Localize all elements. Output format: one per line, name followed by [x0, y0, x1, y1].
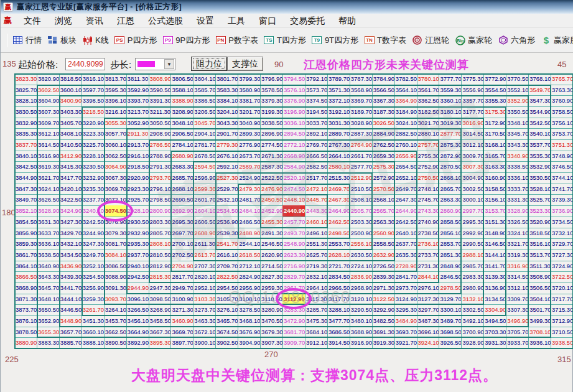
price-cell: 3379.30 — [260, 95, 283, 107]
price-cell: 2990.50 — [461, 238, 484, 250]
price-cell: 3818.50 — [59, 73, 82, 85]
price-cell: 3638.50 — [37, 250, 60, 261]
toolbar-button-9T四方形[interactable]: T99T四方形 — [312, 35, 358, 46]
price-cell: 3201.70 — [238, 106, 261, 118]
price-cell: 3636.10 — [37, 238, 60, 250]
step-dropdown[interactable]: ▼ — [135, 58, 175, 70]
toolbar-button-P数字表[interactable]: PNP数字表 — [215, 35, 258, 46]
price-cell: 3309.70 — [506, 294, 529, 306]
price-cell: 2925.70 — [126, 194, 149, 206]
price-cell: 2798.50 — [149, 194, 172, 206]
price-cell: 3408.10 — [59, 128, 82, 140]
chevron-down-icon[interactable]: ▼ — [164, 59, 174, 69]
price-cell: 3088.90 — [104, 271, 127, 283]
price-cell: 2450.50 — [260, 194, 283, 206]
price-cell: 3547.30 — [528, 95, 551, 107]
price-cell: 3705.70 — [506, 327, 529, 338]
toolbar-button-板块[interactable]: 板块 — [47, 35, 77, 46]
price-cell: 2601.70 — [193, 194, 216, 206]
toolbar-button-K线[interactable]: K线 — [82, 35, 109, 46]
toolbar-button-P四方形[interactable]: PSP四方形 — [114, 35, 157, 46]
price-cell: 3458.50 — [149, 315, 172, 327]
toolbar-button-江恩轮[interactable]: 江恩轮 — [412, 35, 449, 46]
price-cell: 3422.50 — [59, 194, 82, 206]
toolbar-button-9P四方形[interactable]: P99P四方形 — [162, 35, 210, 46]
price-cell: 2668.90 — [282, 151, 305, 162]
toolbar-button-T四方形[interactable]: TST四方形 — [264, 35, 306, 46]
price-cell: 3033.70 — [305, 118, 328, 129]
price-cell: 2923.30 — [126, 184, 149, 195]
price-cell: 3002.50 — [461, 184, 484, 195]
price-cell: 3230.50 — [82, 161, 105, 173]
price-cell: 3715.30 — [551, 304, 573, 316]
price-cell: 2457.70 — [282, 217, 305, 228]
price-cell: 2551.30 — [305, 238, 328, 250]
price-cell: 3513.70 — [528, 250, 551, 261]
price-cell: 3720.10 — [551, 282, 573, 294]
toolbar-button-行情[interactable]: 行情 — [12, 35, 42, 46]
toolbar-button-赢家服务[interactable]: $赢家服务 — [541, 35, 573, 46]
menu-item-浏览[interactable]: 浏览 — [48, 14, 79, 28]
angle-label-135: 135 — [2, 59, 16, 68]
toolbar-button-赢家轮[interactable]: Big赢家轮 — [455, 35, 492, 46]
menu-item-资讯[interactable]: 资讯 — [79, 14, 110, 28]
menu-item-公式选股[interactable]: 公式选股 — [141, 14, 190, 28]
menu-item-工具[interactable]: 工具 — [221, 14, 252, 28]
price-cell: 3288.10 — [327, 304, 350, 316]
price-cell: 3732.10 — [551, 228, 573, 240]
price-cell: 3907.30 — [260, 337, 283, 349]
price-cell: 3300.10 — [439, 304, 462, 316]
price-cell: 2791.30 — [149, 161, 172, 173]
price-cell: 3475.30 — [305, 315, 328, 327]
price-cell: 2592.10 — [215, 161, 238, 173]
resistance-button[interactable]: 阻力位 — [191, 57, 227, 71]
price-cell: 3062.50 — [104, 151, 127, 162]
price-cell: 2738.50 — [417, 228, 440, 240]
price-cell: 3573.70 — [305, 85, 328, 96]
price-cell: 3148.90 — [483, 228, 506, 240]
price-cell: 3645.70 — [37, 282, 60, 294]
menu-item-设置[interactable]: 设置 — [190, 14, 221, 28]
price-cell: 3739.30 — [551, 194, 573, 206]
price-cell: 3811.30 — [126, 73, 149, 85]
menu-item-帮助[interactable]: 帮助 — [332, 14, 363, 28]
price-cell: 3482.50 — [372, 315, 395, 327]
controls-row: 135 起始价格: 步长: ▼ 阻力位 支撑位 90 江恩价格四方形未来关键位测… — [1, 53, 573, 73]
toolbar-button-T数字表[interactable]: TNT数字表 — [364, 35, 406, 46]
angle-label-45: 45 — [557, 60, 566, 69]
price-cell: 3160.90 — [483, 172, 506, 184]
price-cell: 3081.70 — [104, 238, 127, 250]
price-cell: 3576.10 — [282, 85, 305, 96]
price-cell: 2762.50 — [372, 139, 395, 151]
price-cell: 3612.10 — [37, 128, 60, 140]
price-cell: 2541.70 — [215, 238, 238, 250]
price-cell: 2952.10 — [193, 282, 216, 294]
price-cell: 2556.10 — [350, 238, 373, 250]
price-cell: 2808.10 — [149, 238, 172, 250]
price-cell: 3600.10 — [59, 85, 82, 96]
price-cell: 3640.90 — [37, 261, 60, 273]
price-cell: 3465.70 — [215, 315, 238, 327]
price-cell: 2680.90 — [170, 151, 193, 162]
menu-item-交易委托[interactable]: 交易委托 — [283, 14, 332, 28]
support-button[interactable]: 支撑位 — [227, 57, 263, 71]
menu-item-江恩[interactable]: 江恩 — [110, 14, 141, 28]
price-cell: 2834.50 — [327, 271, 350, 283]
start-price-input[interactable] — [65, 58, 105, 70]
price-cell: 3355.30 — [483, 95, 506, 107]
toolbar-button-六角形[interactable]: 六角形 — [498, 35, 535, 46]
price-cell: 2462.50 — [327, 217, 350, 228]
price-cell: 3883.30 — [37, 337, 60, 349]
price-cell: 3566.50 — [372, 85, 395, 96]
price-cell: 3096.10 — [126, 294, 149, 306]
price-cell: 2906.50 — [170, 128, 193, 140]
price-cell: 3895.30 — [149, 337, 172, 349]
price-cell: 3866.50 — [14, 271, 37, 283]
price-cell: 2848.90 — [439, 261, 462, 273]
price-cell: 2568.10 — [372, 194, 395, 206]
price-cell: 2908.90 — [149, 128, 172, 140]
menu-item-文件[interactable]: 文件 — [17, 14, 48, 28]
price-cell: 3307.30 — [506, 304, 529, 316]
menu-item-窗口[interactable]: 窗口 — [252, 14, 283, 28]
price-cell: 2968.90 — [350, 282, 373, 294]
